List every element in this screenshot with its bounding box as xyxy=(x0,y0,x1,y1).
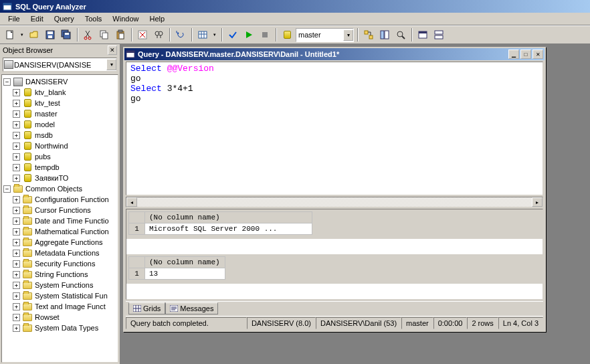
result-cell[interactable]: Microsoft SQL Server 2000 ... xyxy=(145,223,312,235)
tree-folder-node[interactable]: +System Functions xyxy=(2,280,118,290)
status-message: Query batch completed. xyxy=(126,317,247,329)
copy-button[interactable] xyxy=(97,27,112,42)
database-combo-dropdown[interactable]: ▾ xyxy=(343,29,353,41)
clear-button[interactable] xyxy=(135,27,150,42)
svg-rect-23 xyxy=(262,32,268,37)
tree-label: master xyxy=(35,110,58,118)
tree-db-node[interactable]: +ktv_blank xyxy=(2,87,118,98)
grid-icon xyxy=(133,305,141,312)
result-cell[interactable]: 13 xyxy=(145,268,225,280)
tree-label: String Functions xyxy=(35,270,88,278)
parse-button[interactable] xyxy=(225,27,240,42)
estimated-plan-button[interactable] xyxy=(361,27,376,42)
menu-help[interactable]: Help xyxy=(144,13,170,24)
results-mode-button[interactable] xyxy=(195,27,210,42)
database-icon xyxy=(22,163,33,172)
tree-db-node[interactable]: +tempdb xyxy=(2,162,118,173)
folder-icon xyxy=(22,195,33,204)
tree-db-node[interactable]: +msdb xyxy=(2,130,118,141)
tree-folder-node[interactable]: +Mathematical Function xyxy=(2,226,118,237)
result-grid-1[interactable]: (No column name) 1Microsoft SQL Server 2… xyxy=(128,211,540,235)
results-pane: (No column name) 1Microsoft SQL Server 2… xyxy=(126,209,543,300)
database-icon xyxy=(22,109,33,118)
stop-button[interactable] xyxy=(258,27,272,42)
svg-rect-26 xyxy=(381,31,384,39)
open-button[interactable] xyxy=(27,27,41,42)
tree-folder-node[interactable]: +Date and Time Functio xyxy=(2,215,118,226)
tab-grids[interactable]: Grids xyxy=(128,302,165,314)
menu-file[interactable]: File xyxy=(3,13,25,24)
save-button[interactable] xyxy=(43,27,58,42)
tree-folder-node[interactable]: +Rowset xyxy=(2,312,118,323)
status-user: DANSISERV\Danil (53) xyxy=(316,317,401,329)
tree-db-node[interactable]: +ЗаявкиТО xyxy=(2,173,118,183)
folder-icon xyxy=(22,302,33,311)
tree-folder-node[interactable]: +Security Functions xyxy=(2,258,118,269)
folder-icon xyxy=(22,312,33,322)
svg-rect-5 xyxy=(48,35,52,38)
tree-folder-node[interactable]: +Metadata Functions xyxy=(2,248,118,258)
current-conn-button[interactable] xyxy=(415,27,430,42)
editor-scrollbar[interactable]: ◂ ▸ xyxy=(126,197,543,207)
row-header[interactable]: 1 xyxy=(129,268,145,280)
menu-tools[interactable]: Tools xyxy=(80,13,108,24)
tree-folder-node[interactable]: +String Functions xyxy=(2,269,118,280)
new-query-button[interactable] xyxy=(3,27,17,42)
object-browser-button[interactable] xyxy=(377,27,392,42)
new-query-dropdown[interactable]: ▾ xyxy=(19,27,25,42)
tree-db-node[interactable]: +pubs xyxy=(2,151,118,162)
server-combo-input[interactable] xyxy=(14,61,106,69)
result-grid-2[interactable]: (No column name) 113 xyxy=(128,256,540,280)
tree-folder-node[interactable]: +Text and Image Funct xyxy=(2,301,118,312)
tree-db-node[interactable]: +model xyxy=(2,119,118,130)
tree-folder-node[interactable]: +Aggregate Functions xyxy=(2,237,118,248)
query-window-titlebar[interactable]: Query - DANSISERV.master.DANSISERV\Danil… xyxy=(124,48,545,60)
show-results-button[interactable] xyxy=(431,27,446,42)
column-header[interactable]: (No column name) xyxy=(145,257,225,268)
app-title: SQL Query Analyzer xyxy=(15,3,588,11)
database-combo[interactable]: ▾ xyxy=(296,28,354,42)
tree-folder-node[interactable]: +Cursor Functions xyxy=(2,205,118,215)
minimize-button[interactable]: ▁ xyxy=(508,50,519,59)
close-button[interactable]: ✕ xyxy=(532,50,543,59)
menu-edit[interactable]: Edit xyxy=(25,13,49,24)
tab-messages[interactable]: Messages xyxy=(165,302,218,314)
maximize-button[interactable]: □ xyxy=(520,50,531,59)
tree-db-node[interactable]: +Northwind xyxy=(2,141,118,151)
folder-icon xyxy=(22,248,33,258)
execute-button[interactable] xyxy=(241,27,256,42)
tree-label: Rowset xyxy=(35,313,60,321)
tree-folder-node[interactable]: +System Statistical Fun xyxy=(2,290,118,301)
scroll-left-button[interactable]: ◂ xyxy=(126,197,137,207)
menu-window[interactable]: Window xyxy=(107,13,144,24)
object-tree[interactable]: − DANSISERV +ktv_blank +ktv_test +master… xyxy=(1,74,118,363)
column-header[interactable]: (No column name) xyxy=(145,212,312,223)
svg-rect-12 xyxy=(102,33,108,39)
tree-common-node[interactable]: −Common Objects xyxy=(2,183,118,194)
row-header[interactable]: 1 xyxy=(129,223,145,235)
results-mode-dropdown[interactable]: ▾ xyxy=(211,27,218,42)
folder-icon xyxy=(22,280,33,290)
server-combo-dropdown[interactable]: ▾ xyxy=(106,59,116,70)
database-icon xyxy=(22,130,33,140)
tree-folder-node[interactable]: +System Data Types xyxy=(2,323,118,333)
tree-db-node[interactable]: +ktv_test xyxy=(2,98,118,108)
database-combo-input[interactable] xyxy=(296,31,343,39)
object-search-button[interactable] xyxy=(393,27,408,42)
app-icon xyxy=(2,1,13,12)
database-icon xyxy=(22,152,33,161)
menu-query[interactable]: Query xyxy=(49,13,80,24)
undo-button[interactable] xyxy=(173,27,188,42)
svg-rect-25 xyxy=(369,35,373,39)
paste-button[interactable] xyxy=(113,27,128,42)
tree-folder-node[interactable]: +Configuration Function xyxy=(2,194,118,205)
scroll-right-button[interactable]: ▸ xyxy=(532,197,543,207)
save-all-button[interactable] xyxy=(59,27,74,42)
object-browser-close-button[interactable]: ✕ xyxy=(108,46,117,55)
sql-editor[interactable]: Select @@Version go Select 3*4+1 go xyxy=(126,62,543,195)
cut-button[interactable] xyxy=(81,27,96,42)
tree-db-node[interactable]: +master xyxy=(2,108,118,119)
tree-server-node[interactable]: − DANSISERV xyxy=(2,76,118,87)
server-combo[interactable]: ▾ xyxy=(3,58,117,72)
find-button[interactable] xyxy=(151,27,166,42)
